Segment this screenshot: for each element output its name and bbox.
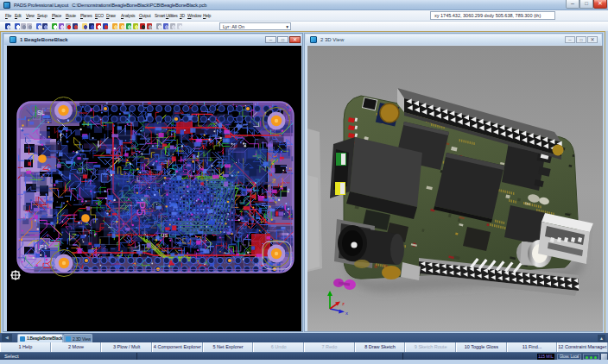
svg-text:P5: P5 xyxy=(134,201,148,216)
svg-text:P1: P1 xyxy=(40,244,48,250)
svg-text:US: US xyxy=(161,233,168,238)
svg-text:SL: SL xyxy=(37,110,45,116)
svg-text:z: z xyxy=(342,301,345,306)
svg-text:x: x xyxy=(345,311,348,316)
